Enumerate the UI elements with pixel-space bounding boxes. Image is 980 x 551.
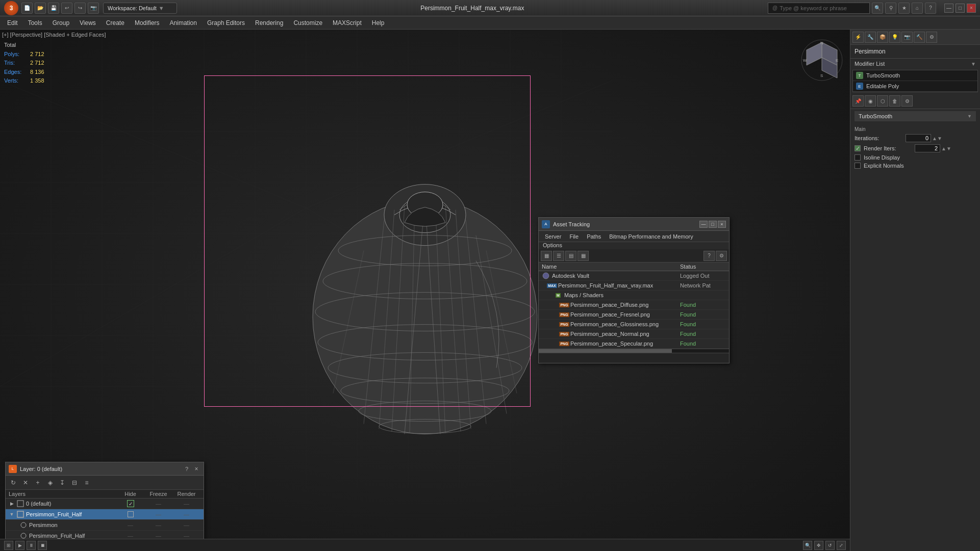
bookmark-icon[interactable]: ★ (898, 3, 910, 14)
vb-btn3[interactable]: ⏸ (27, 541, 36, 550)
layers-select-obj-btn[interactable]: ◈ (44, 477, 56, 488)
layer-hide-pfh[interactable]: — (144, 511, 172, 517)
layers-close-btn[interactable]: × (192, 465, 200, 473)
ts-explicit-checkbox[interactable] (855, 163, 861, 169)
menu-group[interactable]: Group (47, 18, 74, 28)
asset-maximize-btn[interactable]: □ (709, 221, 717, 228)
menu-help[interactable]: Help (367, 18, 390, 28)
rp-icon7[interactable]: ⚙ (926, 32, 937, 43)
at-btn4[interactable]: ▦ (577, 251, 589, 261)
layers-add-btn[interactable]: + (32, 477, 43, 488)
vb-rotate-btn[interactable]: ↺ (825, 541, 835, 550)
layer-freeze-default[interactable]: — (144, 501, 172, 507)
layer-render-pfh2[interactable]: — (172, 533, 200, 539)
ts-render-iters-input[interactable] (915, 144, 940, 152)
asset-scrollbar-thumb[interactable] (539, 349, 672, 353)
rp-icon2[interactable]: 🔧 (865, 32, 876, 43)
at-help-btn[interactable]: ? (703, 251, 715, 261)
maximize-window-btn[interactable]: □ (956, 4, 965, 13)
menu-create[interactable]: Create (101, 18, 130, 28)
layers-help-btn[interactable]: ? (185, 466, 188, 472)
open-file-btn[interactable]: 📂 (35, 3, 46, 14)
asset-row-glossiness[interactable]: PNG Persimmon_peace_Glossiness.png Found (539, 320, 729, 329)
configure-sets-btn[interactable]: ⚙ (901, 95, 913, 107)
search2-icon[interactable]: ⚲ (885, 3, 896, 14)
asset-menu-server[interactable]: Server (541, 232, 565, 241)
asset-menu-paths[interactable]: Paths (583, 232, 605, 241)
workspace-selector[interactable]: Workspace: Default ▼ (103, 3, 177, 14)
layer-freeze-pfh[interactable]: — (172, 511, 200, 517)
layer-render-default[interactable]: — (172, 501, 200, 507)
layer-row-default[interactable]: ▶ 0 (default) ✓ — — (6, 498, 204, 509)
rp-icon6[interactable]: 🔨 (914, 32, 925, 43)
vb-zoom-btn[interactable]: 🔍 (803, 541, 812, 550)
capture-btn[interactable]: 📷 (88, 3, 99, 14)
menu-animation[interactable]: Animation (165, 18, 202, 28)
asset-menu-file[interactable]: File (565, 232, 583, 241)
modifier-editable-poly[interactable]: E Editable Poly (853, 81, 977, 92)
layer-freeze-pfh2[interactable]: — (144, 533, 172, 539)
layer-hide-persimmon[interactable]: — (116, 522, 144, 528)
layer-row-persimmon-fruit-half[interactable]: ▼ Persimmon_Fruit_Half — — (6, 509, 204, 520)
show-end-result-btn[interactable]: ◉ (865, 95, 876, 107)
layer-freeze-persimmon[interactable]: — (144, 522, 172, 528)
modifier-turbosmooth[interactable]: T TurboSmooth (853, 70, 977, 81)
save-file-btn[interactable]: 💾 (48, 3, 59, 14)
asset-row-maps[interactable]: M Maps / Shaders (539, 291, 729, 300)
menu-maxscript[interactable]: MAXScript (328, 18, 367, 28)
menu-rendering[interactable]: Rendering (250, 18, 288, 28)
remove-modifier-btn[interactable]: 🗑 (889, 95, 900, 107)
layers-move-to-btn[interactable]: ↧ (57, 477, 68, 488)
close-window-btn[interactable]: × (967, 4, 976, 13)
layer-row-persimmon[interactable]: Persimmon — — — (6, 520, 204, 531)
pin-stack-btn[interactable]: 📌 (852, 95, 864, 107)
asset-scrollbar[interactable] (539, 349, 729, 353)
rp-icon4[interactable]: 💡 (889, 32, 900, 43)
layers-expand-btn[interactable]: ≡ (81, 477, 92, 488)
ts-render-iters-spinner[interactable]: ▲▼ (941, 146, 951, 151)
menu-graph-editors[interactable]: Graph Editors (202, 18, 250, 28)
asset-row-normal[interactable]: PNG Persimmon_peace_Normal.png Found (539, 329, 729, 339)
layer-expand-default[interactable]: ▶ (9, 501, 15, 507)
menu-tools[interactable]: Tools (23, 18, 47, 28)
undo-btn[interactable]: ↩ (61, 3, 72, 14)
navcube[interactable]: N E S W (799, 37, 845, 83)
menu-customize[interactable]: Customize (288, 18, 328, 28)
ts-isoline-checkbox[interactable] (855, 154, 861, 161)
asset-minimize-btn[interactable]: — (699, 221, 708, 228)
layer-render-persimmon[interactable]: — (172, 522, 200, 528)
asset-menu-bitmap[interactable]: Bitmap Performance and Memory (605, 232, 697, 241)
asset-row-diffuse[interactable]: PNG Persimmon_peace_Diffuse.png Found (539, 300, 729, 310)
menu-views[interactable]: Views (74, 18, 101, 28)
asset-menu-options[interactable]: Options (543, 241, 566, 249)
asset-row-specular[interactable]: PNG Persimmon_peace_Specular.png Found (539, 339, 729, 349)
minimize-window-btn[interactable]: — (944, 4, 953, 13)
ts-iterations-spinner[interactable]: ▲▼ (932, 136, 942, 141)
search-bar[interactable]: @ Type @ keyword or phrase (768, 3, 870, 14)
at-btn3[interactable]: ▤ (565, 251, 576, 261)
new-file-btn[interactable]: 📄 (21, 3, 33, 14)
make-unique-btn[interactable]: ⬡ (877, 95, 888, 107)
ts-render-iters-checkbox[interactable]: ✓ (855, 145, 861, 151)
layer-hide-default[interactable]: ✓ (116, 500, 144, 507)
vb-btn4[interactable]: ⏹ (38, 541, 47, 550)
vb-btn1[interactable]: ⊞ (4, 541, 13, 550)
rp-icon5[interactable]: 📷 (901, 32, 913, 43)
layers-delete-btn[interactable]: ✕ (20, 477, 31, 488)
ts-iterations-input[interactable] (906, 134, 931, 142)
asset-row-max[interactable]: MAX Persimmon_Fruit_Half_max_vray.max Ne… (539, 281, 729, 291)
vb-pan-btn[interactable]: ✥ (814, 541, 823, 550)
menu-modifiers[interactable]: Modifiers (130, 18, 165, 28)
asset-close-btn[interactable]: × (718, 221, 726, 228)
help-icon[interactable]: ? (925, 3, 936, 14)
home-icon[interactable]: ⌂ (912, 3, 923, 14)
layer-select-pfh[interactable] (116, 511, 144, 517)
vb-btn2[interactable]: ▶ (15, 541, 24, 550)
layers-refresh-btn[interactable]: ↻ (8, 477, 19, 488)
search-icon[interactable]: 🔍 (872, 3, 883, 14)
at-btn2[interactable]: ☰ (553, 251, 564, 261)
asset-row-fresnel[interactable]: PNG Persimmon_peace_Fresnel.png Found (539, 310, 729, 320)
layer-hide-pfh2[interactable]: — (116, 533, 144, 539)
asset-row-vault[interactable]: Autodesk Vault Logged Out (539, 271, 729, 281)
rp-icon1[interactable]: ⚡ (852, 32, 864, 43)
